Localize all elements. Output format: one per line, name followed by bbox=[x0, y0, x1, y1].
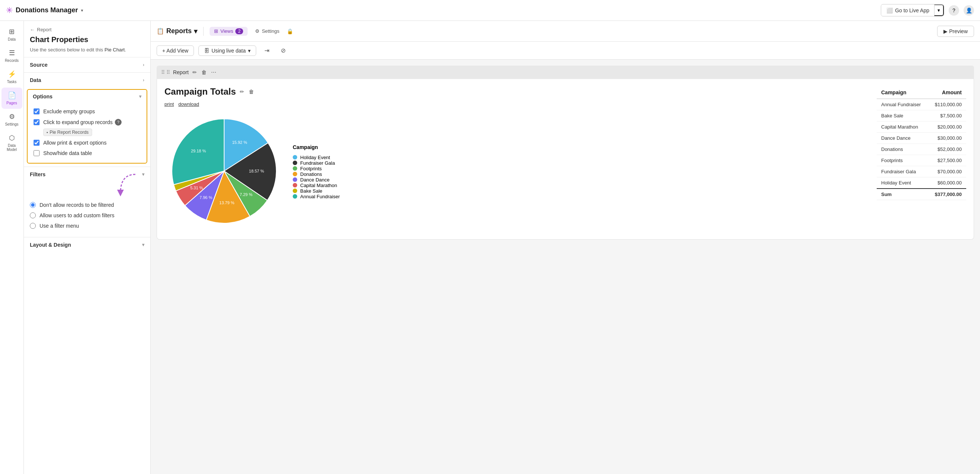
data-section-header[interactable]: Data › bbox=[24, 72, 150, 87]
report-page-icon: 📋 bbox=[157, 28, 164, 35]
show-hide-table-label[interactable]: Show/hide data table bbox=[43, 150, 92, 156]
edit-report-icon[interactable]: ✏ bbox=[192, 68, 198, 76]
lock-icon[interactable]: 🔒 bbox=[287, 29, 293, 34]
user-avatar[interactable]: 👤 bbox=[964, 5, 974, 16]
settings-icon: ⚙ bbox=[9, 113, 15, 121]
filter-menu-radio[interactable] bbox=[30, 223, 36, 229]
chart-edit-icon[interactable]: ✏ bbox=[239, 88, 245, 95]
live-app-dropdown-button[interactable]: ▾ bbox=[934, 5, 944, 16]
live-app-button-group: ⬜ Go to Live App ▾ bbox=[881, 4, 944, 16]
table-cell-campaign: Bake Sale bbox=[877, 110, 928, 122]
delete-report-icon[interactable]: 🗑 bbox=[200, 68, 207, 76]
legend-item-label: Footprints bbox=[300, 166, 322, 171]
table-row: Fundraiser Gala$70,000.00 bbox=[877, 166, 966, 178]
table-cell-amount: $70,000.00 bbox=[928, 166, 966, 178]
legend-dot bbox=[293, 172, 297, 176]
report-content: ⠿ ⠿ Report ✏ 🗑 ⋯ Campaign Totals ✏ 🗑 bbox=[151, 60, 980, 474]
back-label: Report bbox=[37, 27, 51, 32]
live-data-chevron-icon: ▾ bbox=[248, 48, 251, 54]
chart-title-area: Campaign Totals ✏ 🗑 bbox=[164, 86, 869, 97]
sidebar-item-settings[interactable]: ⚙ Settings bbox=[2, 109, 22, 130]
live-data-button[interactable]: 🗄 Using live data ▾ bbox=[198, 46, 256, 56]
options-chevron-icon: ▾ bbox=[139, 94, 142, 99]
report-block-header: ⠿ ⠿ Report ✏ 🗑 ⋯ bbox=[157, 66, 974, 79]
legend-dot bbox=[293, 183, 297, 187]
click-expand-checkbox[interactable] bbox=[33, 119, 40, 125]
no-filter-radio[interactable] bbox=[30, 202, 36, 208]
views-button[interactable]: ⊞ Views 2 bbox=[210, 27, 248, 36]
click-expand-label[interactable]: Click to expand group records ? bbox=[43, 119, 122, 125]
sidebar-item-tasks[interactable]: ⚡ Tasks bbox=[2, 67, 22, 87]
custom-filter-radio[interactable] bbox=[30, 212, 36, 218]
report-settings-button[interactable]: ⚙ Settings bbox=[251, 27, 284, 35]
legend-item: Annual Fundraiser bbox=[293, 194, 340, 199]
legend-items: Holiday EventFundraiser GalaFootprintsDo… bbox=[293, 155, 340, 199]
legend-dot bbox=[293, 155, 297, 160]
panel-title: Chart Properties bbox=[24, 34, 150, 46]
source-section-header[interactable]: Source › bbox=[24, 57, 150, 72]
table-row: Holiday Event$60,000.00 bbox=[877, 178, 966, 189]
table-body: Annual Fundraiser$110,000.00Bake Sale$7,… bbox=[877, 99, 966, 189]
legend-item-label: Annual Fundraiser bbox=[300, 194, 340, 199]
sidebar-item-data[interactable]: ⊞ Data bbox=[2, 24, 22, 45]
icon-sidebar: ⊞ Data ☰ Records ⚡ Tasks 📄 Pages ⚙ Setti… bbox=[0, 21, 24, 474]
legend-title: Campaign bbox=[293, 144, 340, 150]
exclude-empty-checkbox[interactable] bbox=[33, 108, 40, 114]
report-toolbar: 📋 Reports ▾ ⊞ Views 2 ⚙ Settings 🔒 bbox=[151, 21, 980, 42]
sidebar-item-records[interactable]: ☰ Records bbox=[2, 45, 22, 67]
svg-text:7.96 %: 7.96 % bbox=[199, 195, 212, 200]
align-icon-button[interactable]: ⇥ bbox=[261, 45, 273, 57]
live-app-button[interactable]: ⬜ Go to Live App bbox=[881, 5, 934, 16]
filter-icon-button[interactable]: ⊘ bbox=[277, 45, 289, 57]
legend-dot bbox=[293, 161, 297, 165]
sidebar-item-label-tasks: Tasks bbox=[7, 80, 17, 84]
table-row: Annual Fundraiser$110,000.00 bbox=[877, 99, 966, 110]
legend-item-label: Capital Marathon bbox=[300, 182, 337, 188]
layout-section-header[interactable]: Layout & Design ▾ bbox=[24, 237, 150, 252]
allow-print-checkbox-item: Allow print & export options bbox=[33, 138, 141, 148]
svg-text:29.18 %: 29.18 % bbox=[191, 149, 206, 153]
options-section-header[interactable]: Options ▾ bbox=[28, 90, 146, 103]
filters-section-header[interactable]: Filters ▾ bbox=[24, 166, 150, 182]
chart-title: Campaign Totals bbox=[164, 86, 236, 97]
toolbar-row2: + Add View 🗄 Using live data ▾ ⇥ ⊘ bbox=[151, 42, 980, 60]
pie-report-records-badge[interactable]: ▪ Pie Report Records bbox=[43, 128, 92, 136]
legend-item: Bake Sale bbox=[293, 188, 340, 194]
allow-print-checkbox[interactable] bbox=[33, 140, 40, 146]
help-icon[interactable]: ? bbox=[115, 119, 122, 125]
toolbar-left: 📋 Reports ▾ ⊞ Views 2 ⚙ Settings 🔒 bbox=[157, 27, 293, 36]
add-view-button[interactable]: + Add View bbox=[157, 46, 194, 56]
print-link[interactable]: print bbox=[164, 101, 174, 107]
app-logo-icon: ✳ bbox=[6, 6, 13, 15]
no-filter-label[interactable]: Don't allow records to be filtered bbox=[40, 202, 114, 208]
more-report-icon[interactable]: ⋯ bbox=[210, 68, 217, 76]
table-cell-amount: $60,000.00 bbox=[928, 178, 966, 189]
back-to-report[interactable]: ← Report bbox=[24, 21, 150, 34]
pie-chart-svg: 15.92 %18.57 %7.29 %13.79 %7.96 %5.31 %2… bbox=[164, 111, 284, 231]
chart-delete-icon[interactable]: 🗑 bbox=[248, 88, 255, 95]
sum-label: Sum bbox=[877, 189, 928, 200]
sidebar-item-data-model[interactable]: ⬡ Data Model bbox=[2, 130, 22, 155]
exclude-empty-checkbox-item: Exclude empty groups bbox=[33, 106, 141, 117]
sidebar-item-pages[interactable]: 📄 Pages bbox=[2, 87, 22, 109]
reports-title[interactable]: 📋 Reports ▾ bbox=[157, 27, 197, 35]
app-title-chevron[interactable]: ▾ bbox=[81, 8, 83, 13]
exclude-empty-label[interactable]: Exclude empty groups bbox=[43, 108, 95, 114]
top-bar-right: ⬜ Go to Live App ▾ ? 👤 bbox=[881, 4, 974, 16]
legend-item: Fundraiser Gala bbox=[293, 160, 340, 166]
options-section: Options ▾ Exclude empty groups Click to … bbox=[27, 89, 147, 163]
custom-filter-label[interactable]: Allow users to add custom filters bbox=[40, 212, 115, 218]
download-link[interactable]: download bbox=[178, 101, 199, 107]
help-button[interactable]: ? bbox=[949, 5, 959, 16]
drag-handle-icon[interactable]: ⠿ ⠿ bbox=[161, 69, 170, 75]
views-grid-icon: ⊞ bbox=[214, 29, 218, 34]
back-arrow-icon: ← bbox=[30, 27, 35, 32]
allow-print-label[interactable]: Allow print & export options bbox=[43, 140, 107, 146]
reports-label: Reports bbox=[166, 27, 192, 35]
external-link-icon: ⬜ bbox=[886, 8, 893, 13]
filter-menu-label[interactable]: Use a filter menu bbox=[40, 223, 79, 229]
col-campaign-header: Campaign bbox=[877, 86, 928, 99]
chart-legend: Campaign Holiday EventFundraiser GalaFoo… bbox=[293, 144, 340, 199]
preview-button[interactable]: ▶ Preview bbox=[937, 26, 974, 37]
show-hide-table-checkbox[interactable] bbox=[33, 150, 40, 156]
